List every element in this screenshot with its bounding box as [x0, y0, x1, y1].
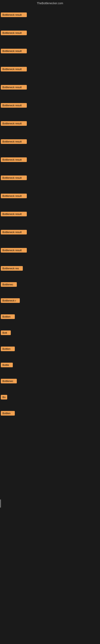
bottleneck-badge[interactable]: Bottleneck result	[1, 12, 27, 17]
bottleneck-item: Bottleneck result	[1, 139, 27, 145]
bottleneck-badge[interactable]: Bottleneck res	[1, 266, 23, 271]
bottleneck-item: Bottleneck result	[1, 230, 27, 235]
bottleneck-item: Bottleneck result	[1, 85, 27, 90]
bottleneck-item: Bottleneck result	[1, 194, 27, 199]
bottleneck-badge[interactable]: Bottleneck result	[1, 30, 27, 35]
bottleneck-badge[interactable]: Bottleneck r	[1, 298, 20, 303]
bottleneck-badge[interactable]: Bo	[1, 395, 7, 400]
bottleneck-badge[interactable]: Bottleneck result	[1, 158, 27, 162]
bottleneck-badge[interactable]: Bottleneck result	[1, 49, 27, 53]
bottleneck-badge[interactable]: Bottleneck result	[1, 103, 27, 108]
cursor-line	[0, 500, 1, 508]
bottleneck-item: Bottleneck result	[1, 212, 27, 217]
bottleneck-item: Bo	[1, 395, 7, 400]
bottleneck-item: Bottleneck r	[1, 298, 20, 304]
bottleneck-badge[interactable]: Bottleneck result	[1, 85, 27, 90]
bottleneck-item: Bottleneck res	[1, 266, 23, 272]
bottleneck-item: Bottleneck result	[1, 12, 27, 18]
bottleneck-item: Bottlen	[1, 314, 15, 320]
bottleneck-badge[interactable]: Bottleneck result	[1, 212, 27, 216]
bottleneck-badge[interactable]: Bottlen	[1, 346, 15, 351]
bottleneck-badge[interactable]: Bottle	[1, 363, 13, 367]
bottleneck-badge[interactable]: Bottlen	[1, 411, 15, 416]
bottleneck-badge[interactable]: Bottlenec	[1, 379, 17, 384]
site-title: TheBottlenecker.com	[0, 0, 100, 6]
bottleneck-item: Bottleneck result	[1, 121, 27, 126]
bottleneck-item: Bottleneck result	[1, 158, 27, 163]
bottleneck-item: Bottlen	[1, 346, 15, 352]
bottleneck-badge[interactable]: Bottleneck result	[1, 176, 27, 180]
bottleneck-badge[interactable]: Bottleneck result	[1, 248, 27, 252]
bottleneck-badge[interactable]: Bottlen	[1, 314, 15, 319]
bottleneck-item: Bottle	[1, 363, 13, 368]
bottleneck-item: Bottlen	[1, 411, 15, 416]
bottleneck-item: Bottlenec	[1, 379, 17, 384]
bottleneck-badge[interactable]: Bott	[1, 330, 11, 335]
bottleneck-item: Bottleneck result	[1, 103, 27, 108]
bottleneck-item: Bottleneck result	[1, 30, 27, 36]
bottleneck-badge[interactable]: Bottleneck result	[1, 230, 27, 234]
bottleneck-badge[interactable]: Bottlenec	[1, 282, 17, 287]
bottleneck-item: Bottleneck result	[1, 49, 27, 54]
bottleneck-item: Bottlenec	[1, 282, 17, 288]
bottleneck-item: Bottleneck result	[1, 176, 27, 181]
bottleneck-badge[interactable]: Bottleneck result	[1, 67, 27, 72]
bottleneck-item: Bottleneck result	[1, 248, 27, 253]
bottleneck-badge[interactable]: Bottleneck result	[1, 139, 27, 144]
bottleneck-badge[interactable]: Bottleneck result	[1, 194, 27, 198]
bottleneck-item: Bottleneck result	[1, 67, 27, 72]
bottleneck-badge[interactable]: Bottleneck result	[1, 121, 27, 126]
bottleneck-item: Bott	[1, 330, 11, 336]
